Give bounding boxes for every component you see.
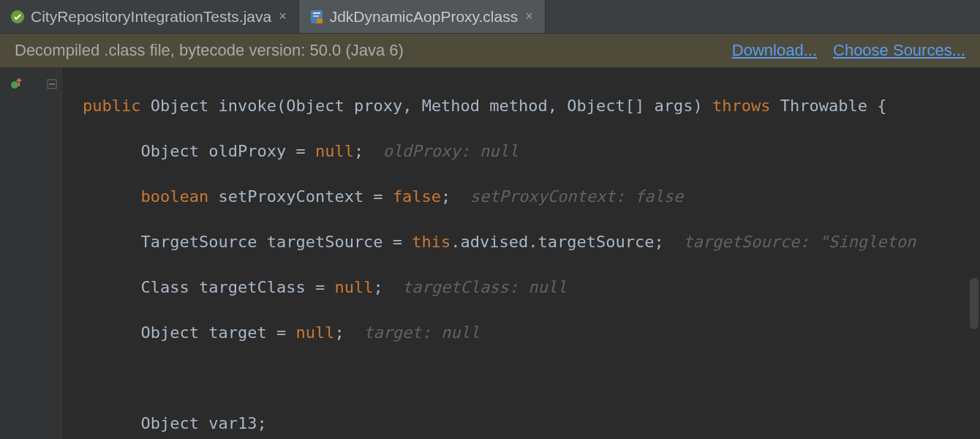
code-line: Object target = null; target: null	[83, 321, 980, 344]
code-line: Object var13;	[83, 412, 980, 435]
inline-hint: targetClass: null	[383, 278, 568, 296]
code-line: Class targetClass = null; targetClass: n…	[83, 276, 980, 299]
svg-point-5	[11, 81, 18, 89]
tab-city-repository-tests[interactable]: CityRepositoryIntegrationTests.java ×	[0, 0, 299, 33]
svg-rect-3	[313, 15, 319, 17]
tab-bar: CityRepositoryIntegrationTests.java × Jd…	[0, 0, 980, 34]
inline-hint: targetSource: "Singleton	[664, 233, 916, 251]
tab-jdk-dynamic-aop-proxy[interactable]: JdkDynamicAopProxy.class ×	[299, 0, 546, 33]
choose-sources-link[interactable]: Choose Sources...	[833, 41, 965, 60]
tab-label: JdkDynamicAopProxy.class	[330, 8, 519, 26]
decompiled-banner: Decompiled .class file, bytecode version…	[0, 34, 980, 67]
close-icon[interactable]: ×	[277, 9, 288, 24]
tab-label: CityRepositoryIntegrationTests.java	[31, 8, 271, 26]
download-link[interactable]: Download...	[732, 41, 817, 60]
gutter	[0, 67, 62, 439]
banner-text: Decompiled .class file, bytecode version…	[15, 41, 404, 60]
svg-rect-4	[317, 18, 323, 23]
override-marker-icon[interactable]	[10, 75, 22, 86]
svg-rect-2	[313, 12, 320, 14]
java-file-icon	[10, 10, 25, 24]
code-line: Object oldProxy = null; oldProxy: null	[83, 140, 980, 162]
inline-hint: setProxyContext: false	[451, 187, 683, 206]
code-line	[83, 367, 980, 389]
inline-hint: target: null	[344, 323, 480, 342]
code-line: TargetSource targetSource = this.advised…	[83, 230, 980, 253]
close-icon[interactable]: ×	[524, 9, 535, 24]
code-editor[interactable]: public Object invoke(Object proxy, Metho…	[62, 67, 980, 439]
inline-hint: oldProxy: null	[363, 142, 519, 160]
code-line: public Object invoke(Object proxy, Metho…	[83, 94, 980, 117]
code-line: boolean setProxyContext = false; setProx…	[83, 185, 980, 208]
class-file-icon	[309, 10, 324, 24]
fold-minus-icon[interactable]	[47, 75, 57, 85]
vertical-scrollbar[interactable]	[970, 278, 979, 329]
